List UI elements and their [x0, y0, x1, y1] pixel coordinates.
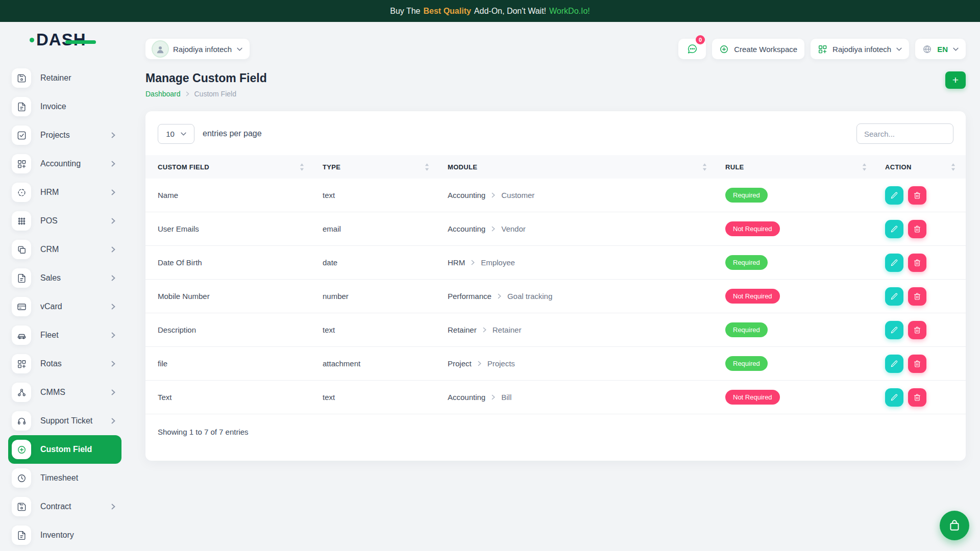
create-workspace-button[interactable]: Create Workspace — [712, 39, 804, 59]
sidebar-item-cmms[interactable]: CMMS — [8, 378, 121, 407]
grid-plus-icon — [12, 154, 31, 173]
sort-icon[interactable] — [425, 163, 429, 171]
grid-plus-icon — [12, 354, 31, 373]
chevron-right-icon — [111, 161, 115, 167]
cell-type: text — [314, 325, 439, 334]
sidebar-item-inventory[interactable]: Inventory — [8, 521, 121, 549]
sidebar-item-pos[interactable]: POS — [8, 207, 121, 235]
breadcrumb-current: Custom Field — [194, 90, 236, 98]
headphones-icon — [12, 411, 31, 431]
language-select[interactable]: EN — [915, 39, 966, 59]
sort-icon[interactable] — [702, 163, 707, 171]
sidebar-item-label: CMMS — [40, 388, 65, 397]
table-row: Text text Accounting Bill Not Required — [145, 381, 966, 414]
sidebar-item-contract[interactable]: Contract — [8, 492, 121, 521]
brand-logo[interactable]: DASH — [0, 22, 130, 58]
column-header-module[interactable]: MODULE — [439, 163, 717, 171]
sidebar-item-vcard[interactable]: vCard — [8, 292, 121, 321]
pencil-icon — [890, 360, 898, 368]
sort-icon[interactable] — [862, 163, 867, 171]
chevron-right-icon — [111, 132, 115, 138]
delete-button[interactable] — [908, 388, 926, 407]
pencil-icon — [890, 393, 898, 402]
edit-button[interactable] — [885, 388, 903, 407]
trash-icon — [913, 225, 921, 233]
cell-type: text — [314, 393, 439, 402]
edit-button[interactable] — [885, 355, 903, 373]
floppy-icon — [12, 497, 31, 516]
edit-button[interactable] — [885, 254, 903, 272]
trash-icon — [913, 292, 921, 300]
cell-custom-field: Mobile Number — [145, 292, 314, 300]
logo-text: DASH — [36, 30, 86, 49]
sidebar-item-label: Retainer — [40, 73, 71, 83]
chevron-right-icon — [111, 275, 115, 281]
workspace-select[interactable]: Rajodiya infotech — [811, 39, 909, 59]
sidebar-item-label: Fleet — [40, 331, 59, 340]
page-header: Manage Custom Field Dashboard Custom Fie… — [130, 59, 980, 98]
sidebar-item-label: Invoice — [40, 102, 66, 111]
edit-button[interactable] — [885, 287, 903, 306]
file-icon — [12, 97, 31, 116]
sidebar-item-label: HRM — [40, 188, 59, 197]
custom-fields-card: 10 entries per page CUSTOM FIELD TYPE MO… — [145, 111, 966, 461]
cell-type: attachment — [314, 359, 439, 368]
add-custom-field-button[interactable]: + — [945, 71, 966, 89]
sidebar-item-fleet[interactable]: Fleet — [8, 321, 121, 349]
sidebar-item-hrm[interactable]: HRM — [8, 178, 121, 207]
sidebar-item-label: vCard — [40, 302, 62, 311]
language-code: EN — [937, 45, 948, 54]
cell-rule: Not Required — [717, 390, 877, 405]
delete-button[interactable] — [908, 355, 926, 373]
delete-button[interactable] — [908, 186, 926, 205]
cell-rule: Not Required — [717, 221, 877, 236]
rule-badge: Required — [725, 322, 768, 337]
plus-circle-icon — [719, 44, 729, 54]
sidebar-item-invoice[interactable]: Invoice — [8, 92, 121, 121]
banner-text-middle: Add-On, Don't Wait! — [474, 7, 546, 16]
rule-badge: Required — [725, 188, 768, 203]
page-size-select[interactable]: 10 — [158, 124, 194, 144]
delete-button[interactable] — [908, 321, 926, 339]
search-input[interactable] — [856, 123, 953, 144]
sort-icon[interactable] — [951, 163, 955, 171]
plus-circle-icon — [12, 440, 31, 459]
breadcrumb-dashboard-link[interactable]: Dashboard — [145, 90, 181, 98]
sidebar-item-label: CRM — [40, 245, 59, 254]
sort-icon[interactable] — [300, 163, 304, 171]
sidebar-item-projects[interactable]: Projects — [8, 121, 121, 149]
edit-button[interactable] — [885, 220, 903, 238]
rule-badge: Required — [725, 255, 768, 270]
sidebar-item-timesheet[interactable]: Timesheet — [8, 464, 121, 492]
column-header-action[interactable]: ACTION — [877, 163, 966, 171]
column-header-rule[interactable]: RULE — [717, 163, 877, 171]
sidebar-item-label: Inventory — [40, 531, 74, 540]
sidebar-item-custom-field[interactable]: Custom Field — [8, 435, 121, 464]
sidebar-item-crm[interactable]: CRM — [8, 235, 121, 264]
page-size-value: 10 — [166, 130, 175, 138]
delete-button[interactable] — [908, 254, 926, 272]
sidebar-item-label: Sales — [40, 273, 61, 283]
workspace-select-label: Rajodiya infotech — [832, 45, 891, 54]
messages-button[interactable]: 0 — [678, 39, 706, 59]
sidebar-item-support-ticket[interactable]: Support Ticket — [8, 407, 121, 435]
edit-button[interactable] — [885, 186, 903, 205]
workspace-switcher[interactable]: Rajodiya infotech — [145, 39, 250, 59]
delete-button[interactable] — [908, 287, 926, 306]
sidebar-item-sales[interactable]: Sales — [8, 264, 121, 292]
banner-workdo-link[interactable]: WorkDo.Io! — [549, 7, 590, 16]
delete-button[interactable] — [908, 220, 926, 238]
column-header-type[interactable]: TYPE — [314, 163, 439, 171]
sidebar-item-label: Contract — [40, 502, 71, 511]
logo-bar-icon — [65, 40, 96, 44]
cell-type: text — [314, 191, 439, 199]
buy-addon-fab[interactable] — [940, 511, 969, 540]
sidebar-item-retainer[interactable]: Retainer — [8, 64, 121, 92]
sidebar-item-rotas[interactable]: Rotas — [8, 349, 121, 378]
sidebar-item-accounting[interactable]: Accounting — [8, 149, 121, 178]
column-header-custom-field[interactable]: CUSTOM FIELD — [145, 163, 314, 171]
cell-module: Accounting Vendor — [439, 224, 717, 233]
edit-button[interactable] — [885, 321, 903, 339]
cell-actions — [877, 287, 966, 306]
pencil-icon — [890, 292, 898, 300]
